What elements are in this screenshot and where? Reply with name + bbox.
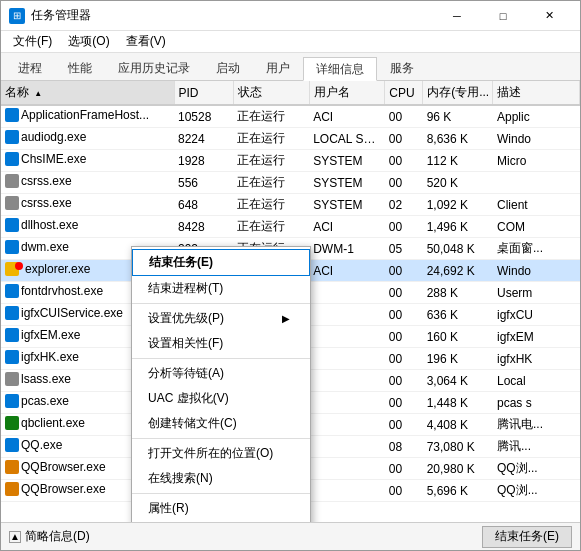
process-cpu: 00 xyxy=(385,172,423,194)
process-user xyxy=(309,304,385,326)
context-menu-item[interactable]: UAC 虚拟化(V) xyxy=(132,386,310,411)
process-icon xyxy=(5,284,19,298)
process-status: 正在运行 xyxy=(233,128,309,150)
tab-performance[interactable]: 性能 xyxy=(55,56,105,80)
maximize-button[interactable]: □ xyxy=(480,1,526,31)
tab-app-history[interactable]: 应用历史记录 xyxy=(105,56,203,80)
process-mem: 96 K xyxy=(423,105,493,128)
tab-details[interactable]: 详细信息 xyxy=(303,57,377,81)
bottom-bar: ▲ 简略信息(D) 结束任务(E) xyxy=(1,522,580,550)
process-mem: 160 K xyxy=(423,326,493,348)
ctx-item-label: 分析等待链(A) xyxy=(148,365,224,382)
tab-processes[interactable]: 进程 xyxy=(5,56,55,80)
process-cpu: 00 xyxy=(385,304,423,326)
context-menu-item[interactable]: 属性(R) xyxy=(132,496,310,521)
context-menu-separator xyxy=(132,493,310,494)
table-row[interactable]: csrss.exe 648 正在运行 SYSTEM 02 1,092 K Cli… xyxy=(1,194,580,216)
process-cpu: 00 xyxy=(385,458,423,480)
process-cpu: 08 xyxy=(385,436,423,458)
ctx-item-label: 结束任务(E) xyxy=(149,254,213,271)
col-header-user[interactable]: 用户名 xyxy=(309,81,385,105)
process-icon xyxy=(5,130,19,144)
process-icon xyxy=(5,394,19,408)
tab-users[interactable]: 用户 xyxy=(253,56,303,80)
context-menu-item[interactable]: 在线搜索(N) xyxy=(132,466,310,491)
minimize-button[interactable]: ─ xyxy=(434,1,480,31)
col-header-name[interactable]: 名称 ▲ xyxy=(1,81,174,105)
process-desc: Client xyxy=(493,194,580,216)
process-icon xyxy=(5,328,19,342)
process-name: QQBrowser.exe xyxy=(21,482,106,496)
process-mem: 1,092 K xyxy=(423,194,493,216)
col-header-status[interactable]: 状态 xyxy=(233,81,309,105)
process-desc: pcas s xyxy=(493,392,580,414)
context-menu: 结束任务(E)结束进程树(T)设置优先级(P)▶设置相关性(F)分析等待链(A)… xyxy=(131,246,311,522)
process-desc: Local xyxy=(493,370,580,392)
process-desc: Windo xyxy=(493,128,580,150)
context-menu-item[interactable]: 设置相关性(F) xyxy=(132,331,310,356)
process-cpu: 00 xyxy=(385,480,423,502)
context-menu-separator xyxy=(132,438,310,439)
table-row[interactable]: csrss.exe 556 正在运行 SYSTEM 00 520 K xyxy=(1,172,580,194)
menu-file[interactable]: 文件(F) xyxy=(5,31,60,53)
context-menu-item[interactable]: 打开文件所在的位置(O) xyxy=(132,441,310,466)
process-user xyxy=(309,458,385,480)
context-menu-item[interactable]: 转到服务(S) xyxy=(132,521,310,522)
process-status: 正在运行 xyxy=(233,194,309,216)
process-user: ACI xyxy=(309,260,385,282)
process-desc: 腾讯... xyxy=(493,436,580,458)
task-manager-window: ⊞ 任务管理器 ─ □ ✕ 文件(F) 选项(O) 查看(V) 进程 性能 应用… xyxy=(0,0,581,551)
table-row[interactable]: ChsIME.exe 1928 正在运行 SYSTEM 00 112 K Mic… xyxy=(1,150,580,172)
tab-services[interactable]: 服务 xyxy=(377,56,427,80)
process-pid: 1928 xyxy=(174,150,233,172)
menu-view[interactable]: 查看(V) xyxy=(118,31,174,53)
table-row[interactable]: dllhost.exe 8428 正在运行 ACI 00 1,496 K COM xyxy=(1,216,580,238)
process-user: ACI xyxy=(309,216,385,238)
process-cpu: 00 xyxy=(385,348,423,370)
col-header-mem[interactable]: 内存(专用... xyxy=(423,81,493,105)
process-mem: 3,064 K xyxy=(423,370,493,392)
process-icon xyxy=(5,482,19,496)
process-user: DWM-1 xyxy=(309,238,385,260)
process-mem: 1,496 K xyxy=(423,216,493,238)
close-button[interactable]: ✕ xyxy=(526,1,572,31)
table-row[interactable]: ApplicationFrameHost... 10528 正在运行 ACI 0… xyxy=(1,105,580,128)
end-task-button[interactable]: 结束任务(E) xyxy=(482,526,572,548)
process-name: pcas.exe xyxy=(21,394,69,408)
process-user: ACI xyxy=(309,105,385,128)
ctx-item-label: 在线搜索(N) xyxy=(148,470,213,487)
window-title: 任务管理器 xyxy=(31,7,91,24)
expand-icon: ▲ xyxy=(9,531,21,543)
context-menu-item[interactable]: 分析等待链(A) xyxy=(132,361,310,386)
process-mem: 8,636 K xyxy=(423,128,493,150)
context-menu-item[interactable]: 创建转储文件(C) xyxy=(132,411,310,436)
process-desc: 腾讯电... xyxy=(493,414,580,436)
window-controls: ─ □ ✕ xyxy=(434,1,572,31)
process-user xyxy=(309,326,385,348)
col-header-cpu[interactable]: CPU xyxy=(385,81,423,105)
process-desc: igfxHK xyxy=(493,348,580,370)
process-status: 正在运行 xyxy=(233,105,309,128)
context-menu-item[interactable]: 设置优先级(P)▶ xyxy=(132,306,310,331)
process-user: SYSTEM xyxy=(309,194,385,216)
process-icon xyxy=(5,218,19,232)
process-pid: 556 xyxy=(174,172,233,194)
col-header-pid[interactable]: PID xyxy=(174,81,233,105)
process-mem: 5,696 K xyxy=(423,480,493,502)
context-menu-item[interactable]: 结束进程树(T) xyxy=(132,276,310,301)
process-icon xyxy=(5,460,19,474)
process-user xyxy=(309,370,385,392)
ctx-item-label: 创建转储文件(C) xyxy=(148,415,237,432)
process-name: ChsIME.exe xyxy=(21,152,86,166)
process-name: QQ.exe xyxy=(21,438,62,452)
table-row[interactable]: audiodg.exe 8224 正在运行 LOCAL SE... 00 8,6… xyxy=(1,128,580,150)
context-menu-item[interactable]: 结束任务(E) xyxy=(132,249,310,276)
menu-options[interactable]: 选项(O) xyxy=(60,31,117,53)
col-header-desc[interactable]: 描述 xyxy=(493,81,580,105)
process-name-cell: csrss.exe xyxy=(1,172,174,194)
tab-startup[interactable]: 启动 xyxy=(203,56,253,80)
table-header-row: 名称 ▲ PID 状态 用户名 CPU 内存(专用... 描述 xyxy=(1,81,580,105)
expand-button[interactable]: ▲ 简略信息(D) xyxy=(9,528,90,545)
process-user xyxy=(309,436,385,458)
process-mem: 24,692 K xyxy=(423,260,493,282)
